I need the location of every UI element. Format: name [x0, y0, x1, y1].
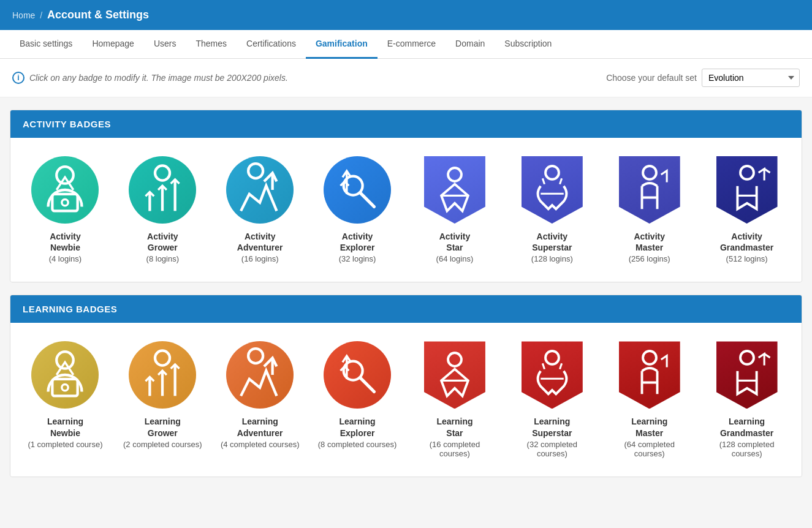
- badge-activity-grandmaster[interactable]: ActivityGrandmaster (512 logins): [707, 156, 787, 263]
- tab-themes[interactable]: Themes: [186, 30, 237, 59]
- top-header: Home / Account & Settings: [0, 0, 812, 30]
- badge-name-activity-grower: ActivityGrower: [147, 231, 178, 253]
- svg-point-2: [62, 199, 68, 205]
- learning-badges-section: LEARNING BADGES LearningNewbie (1 comple…: [10, 295, 802, 477]
- svg-point-13: [62, 385, 68, 391]
- badge-name-activity-newbie: ActivityNewbie: [50, 231, 81, 253]
- svg-point-21: [740, 351, 754, 364]
- badge-icon-activity-grandmaster: [713, 156, 781, 224]
- badge-icon-learning-superstar: [518, 341, 586, 409]
- badge-desc-learning-newbie: (1 completed course): [28, 440, 102, 449]
- tab-users[interactable]: Users: [144, 30, 186, 59]
- svg-point-18: [545, 351, 559, 364]
- badge-icon-activity-grower: [129, 156, 196, 224]
- badge-desc-learning-adventurer: (4 completed courses): [221, 440, 300, 449]
- badge-desc-learning-grandmaster: (128 completed courses): [707, 440, 787, 458]
- badge-icon-learning-adventurer: [226, 341, 294, 409]
- badge-name-learning-superstar: LearningSuperstar: [532, 416, 572, 438]
- info-icon: i: [12, 72, 25, 84]
- tab-e-commerce[interactable]: E-commerce: [378, 30, 446, 59]
- tab-domain[interactable]: Domain: [446, 30, 495, 59]
- badge-name-learning-adventurer: LearningAdventurer: [237, 416, 283, 438]
- svg-point-9: [643, 166, 656, 179]
- badge-icon-activity-star: [421, 156, 488, 224]
- tab-homepage[interactable]: Homepage: [82, 30, 144, 59]
- badge-activity-grower[interactable]: ActivityGrower (8 logins): [123, 156, 202, 263]
- svg-point-20: [643, 351, 656, 364]
- tab-gamification[interactable]: Gamification: [306, 30, 378, 59]
- svg-point-15: [248, 349, 263, 363]
- svg-point-14: [155, 351, 170, 366]
- badge-desc-learning-superstar: (32 completed courses): [512, 440, 592, 458]
- badge-icon-learning-star: [421, 341, 488, 409]
- badge-desc-activity-newbie: (4 logins): [49, 254, 82, 263]
- info-message-text: Click on any badge to modify it. The ima…: [29, 73, 288, 83]
- badge-icon-learning-explorer: [324, 341, 391, 409]
- badge-learning-master[interactable]: LearningMaster (64 completed courses): [610, 341, 689, 458]
- badge-activity-explorer[interactable]: ActivityExplorer (32 logins): [317, 156, 397, 263]
- badge-name-learning-grower: LearningGrower: [145, 416, 181, 438]
- info-bar: i Click on any badge to modify it. The i…: [0, 59, 812, 97]
- badge-name-learning-explorer: LearningExplorer: [340, 416, 376, 438]
- badge-desc-learning-star: (16 completed courses): [415, 440, 495, 458]
- svg-point-3: [155, 165, 170, 180]
- badge-desc-activity-adventurer: (16 logins): [241, 254, 279, 263]
- badge-desc-activity-master: (256 logins): [629, 254, 670, 263]
- badge-activity-adventurer[interactable]: ActivityAdventurer (16 logins): [220, 156, 300, 263]
- badge-desc-activity-grower: (8 logins): [146, 254, 179, 263]
- svg-point-6: [448, 168, 461, 181]
- badge-icon-learning-master: [616, 341, 683, 409]
- svg-point-11: [57, 352, 74, 369]
- info-message: i Click on any badge to modify it. The i…: [12, 72, 288, 84]
- tab-subscription[interactable]: Subscription: [495, 30, 561, 59]
- badge-name-activity-grandmaster: ActivityGrandmaster: [720, 231, 773, 253]
- badge-learning-grandmaster[interactable]: LearningGrandmaster (128 completed cours…: [707, 341, 787, 458]
- badge-desc-learning-explorer: (8 completed courses): [318, 440, 397, 449]
- breadcrumb-separator: /: [40, 10, 45, 20]
- badge-activity-newbie[interactable]: ActivityNewbie (4 logins): [25, 156, 105, 263]
- badge-name-learning-star: LearningStar: [436, 416, 472, 438]
- badge-desc-activity-grandmaster: (512 logins): [726, 254, 768, 263]
- tab-basic-settings[interactable]: Basic settings: [10, 30, 82, 59]
- svg-point-17: [448, 353, 461, 366]
- badge-name-learning-master: LearningMaster: [631, 416, 667, 438]
- page-title: Account & Settings: [47, 9, 149, 21]
- activity-badges-grid: ActivityNewbie (4 logins) ActivityGrower…: [10, 138, 802, 282]
- tab-certifications[interactable]: Certifications: [237, 30, 306, 59]
- badge-icon-activity-master: [616, 156, 683, 224]
- nav-tabs: Basic settings Homepage Users Themes Cer…: [0, 30, 812, 59]
- svg-point-4: [248, 164, 263, 178]
- default-set-select[interactable]: Evolution Classic Modern: [702, 69, 800, 87]
- svg-rect-1: [53, 194, 78, 211]
- badge-learning-star[interactable]: LearningStar (16 completed courses): [415, 341, 495, 458]
- badge-name-learning-grandmaster: LearningGrandmaster: [720, 416, 773, 438]
- badge-learning-grower[interactable]: LearningGrower (2 completed courses): [123, 341, 202, 458]
- badge-activity-star[interactable]: ActivityStar (64 logins): [415, 156, 495, 263]
- badge-activity-master[interactable]: ActivityMaster (256 logins): [610, 156, 689, 263]
- badge-learning-superstar[interactable]: LearningSuperstar (32 completed courses): [512, 341, 592, 458]
- activity-badges-section: ACTIVITY BADGES ActivityNewbie (4 logins…: [10, 110, 802, 282]
- badge-name-activity-adventurer: ActivityAdventurer: [237, 231, 283, 253]
- badge-icon-activity-superstar: [518, 156, 586, 224]
- badge-icon-activity-explorer: [324, 156, 391, 224]
- badge-icon-learning-newbie: [31, 341, 99, 409]
- badge-icon-activity-newbie: [31, 156, 99, 224]
- badge-desc-learning-grower: (2 completed courses): [123, 440, 202, 449]
- badge-icon-learning-grower: [129, 341, 196, 409]
- default-set-selector[interactable]: Choose your default set Evolution Classi…: [606, 69, 800, 87]
- badge-name-activity-superstar: ActivitySuperstar: [532, 231, 572, 253]
- activity-badges-header: ACTIVITY BADGES: [10, 110, 802, 138]
- badge-desc-activity-explorer: (32 logins): [339, 254, 376, 263]
- home-link[interactable]: Home: [12, 10, 35, 20]
- badge-learning-adventurer[interactable]: LearningAdventurer (4 completed courses): [220, 341, 300, 458]
- badge-icon-activity-adventurer: [226, 156, 294, 224]
- learning-badges-grid: LearningNewbie (1 completed course) Lear…: [10, 323, 802, 476]
- badge-name-activity-master: ActivityMaster: [634, 231, 665, 253]
- svg-point-7: [545, 166, 559, 179]
- badge-activity-superstar[interactable]: ActivitySuperstar (128 logins): [512, 156, 592, 263]
- badge-desc-activity-star: (64 logins): [436, 254, 474, 263]
- badge-desc-learning-master: (64 completed courses): [610, 440, 689, 458]
- learning-badges-header: LEARNING BADGES: [10, 295, 802, 323]
- badge-learning-newbie[interactable]: LearningNewbie (1 completed course): [25, 341, 105, 458]
- badge-learning-explorer[interactable]: LearningExplorer (8 completed courses): [317, 341, 397, 458]
